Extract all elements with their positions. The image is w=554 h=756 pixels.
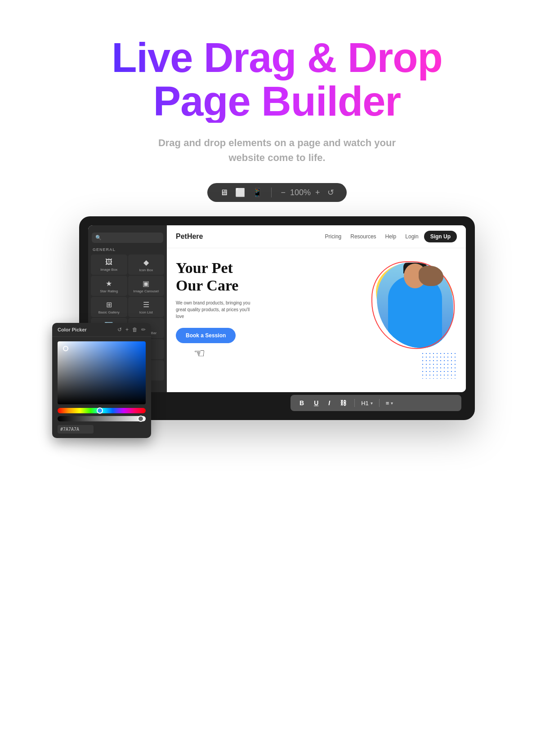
toolbar-divider (271, 188, 272, 197)
zoom-control: − 100% + (281, 188, 320, 197)
nav-link-resources[interactable]: Resources (350, 233, 376, 240)
alpha-thumb[interactable] (138, 416, 144, 422)
hex-input[interactable] (58, 425, 94, 434)
panel-search[interactable]: 🔍 (92, 233, 163, 243)
panel-item-label: Star Rating (100, 289, 118, 293)
hue-bar[interactable] (58, 408, 146, 413)
format-toolbar: B U I ⛓ H1 ▾ ≡ ▾ (290, 395, 461, 411)
site-hero: Your Pet Our Care We own brand products,… (167, 248, 466, 392)
site-hero-image (358, 259, 457, 383)
desktop-view-icon[interactable]: 🖥 (220, 188, 228, 197)
site-logo: PetHere (176, 233, 203, 241)
icon-list-icon: ☰ (143, 300, 149, 309)
dot-pattern-decoration (421, 352, 457, 379)
color-picker-title: Color Picker (58, 327, 114, 332)
basic-gallery-icon: ⊞ (106, 300, 112, 309)
browser-toolbar: 🖥 ⬜ 📱 − 100% + ↺ (207, 183, 346, 202)
site-nav-actions: Login Sign Up (405, 231, 457, 242)
chevron-down-icon: ▾ (371, 401, 373, 406)
color-picker-add[interactable]: + (125, 327, 129, 333)
panel-item-label: Image Box (100, 268, 117, 272)
underline-button[interactable]: U (312, 398, 320, 407)
link-button[interactable]: ⛓ (338, 398, 348, 407)
color-picker-undo[interactable]: ↺ (117, 327, 122, 333)
hero-subtitle: Drag and drop elements on a page and wat… (142, 135, 412, 165)
panel-item-star-rating[interactable]: ★ Star Rating (91, 276, 127, 296)
star-rating-icon: ★ (106, 279, 112, 288)
italic-button[interactable]: I (326, 398, 332, 407)
site-nav-links: Pricing Resources Help (325, 233, 397, 240)
image-carousel-icon: ▣ (143, 279, 149, 288)
hero-title: Live Drag & Drop Page Builder (112, 36, 442, 123)
zoom-plus-icon[interactable]: + (315, 188, 320, 197)
search-icon: 🔍 (95, 235, 102, 241)
panel-item-image-box[interactable]: 🖼 Image Box (91, 255, 127, 275)
panel-section-label: GENERAL (88, 247, 167, 255)
login-button[interactable]: Login (405, 233, 418, 240)
dog-shape (419, 266, 443, 286)
cursor-hand-icon: ☜ (194, 346, 358, 361)
site-hero-description: We own brand products, bringing you grea… (176, 300, 257, 320)
zoom-minus-icon[interactable]: − (281, 188, 286, 197)
format-toolbar-divider (354, 399, 355, 407)
chevron-down-icon2: ▾ (391, 401, 393, 406)
mobile-view-icon[interactable]: 📱 (252, 188, 262, 197)
nav-link-pricing[interactable]: Pricing (325, 233, 342, 240)
cta-button[interactable]: Book a Session (176, 328, 236, 343)
color-picker-panel: Color Picker ↺ + 🗑 ✏ (52, 323, 151, 438)
color-picker-delete[interactable]: 🗑 (132, 327, 138, 333)
panel-item-label: Icon List (139, 310, 153, 314)
site-hero-text: Your Pet Our Care We own brand products,… (176, 259, 358, 383)
color-cursor (63, 346, 68, 351)
site-hero-heading: Your Pet Our Care (176, 259, 358, 294)
nav-link-help[interactable]: Help (385, 233, 397, 240)
panel-item-icon-list[interactable]: ☰ Icon List (128, 297, 165, 317)
panel-item-label: Image Carousel (134, 289, 159, 293)
panel-item-icon-box[interactable]: ◆ Icon Box (128, 255, 165, 275)
alpha-bar[interactable] (58, 416, 146, 421)
signup-button[interactable]: Sign Up (424, 231, 457, 242)
list-select[interactable]: ≡ ▾ (386, 400, 393, 407)
image-box-icon: 🖼 (105, 258, 112, 266)
format-toolbar-divider2 (379, 399, 380, 407)
hue-thumb[interactable] (97, 407, 103, 414)
panel-item-label: Basic Gallery (98, 310, 120, 314)
icon-box-icon: ◆ (143, 258, 149, 267)
panel-item-image-carousel[interactable]: ▣ Image Carousel (128, 276, 165, 296)
hero-section: Live Drag & Drop Page Builder Drag and d… (112, 36, 442, 165)
tablet-view-icon[interactable]: ⬜ (235, 188, 245, 197)
panel-item-basic-gallery[interactable]: ⊞ Basic Gallery (91, 297, 127, 317)
panel-item-label: Icon Box (139, 268, 153, 272)
bold-button[interactable]: B (298, 398, 306, 407)
site-nav: PetHere Pricing Resources Help Login Sig… (167, 225, 466, 248)
heading-select[interactable]: H1 ▾ (361, 400, 373, 407)
color-gradient-box[interactable] (58, 341, 146, 404)
simulated-website: PetHere Pricing Resources Help Login Sig… (167, 225, 466, 392)
hex-input-row (52, 425, 151, 434)
color-picker-eyedropper[interactable]: ✏ (141, 327, 146, 333)
refresh-icon[interactable]: ↺ (327, 188, 334, 197)
color-picker-header: Color Picker ↺ + 🗑 ✏ (52, 323, 151, 337)
zoom-level: 100% (290, 188, 311, 197)
device-wrapper: 🔍 GENERAL 🖼 Image Box ◆ Icon Box ★ Star … (79, 216, 475, 420)
